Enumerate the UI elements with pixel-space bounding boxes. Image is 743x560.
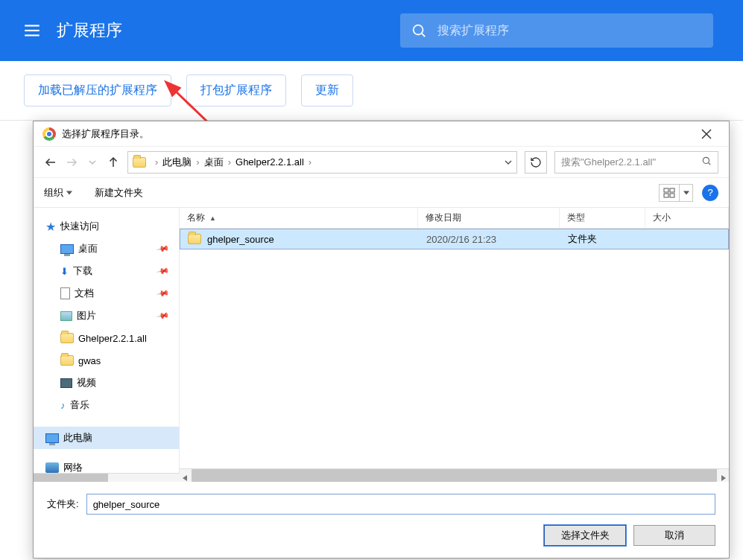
tree-music[interactable]: ♪音乐 [34, 394, 179, 416]
refresh-button[interactable] [525, 151, 547, 174]
pack-extension-button[interactable]: 打包扩展程序 [186, 74, 286, 106]
page-title: 扩展程序 [57, 19, 122, 42]
desktop-icon [60, 244, 74, 254]
folder-label: 文件夹: [47, 497, 79, 511]
svg-rect-18 [670, 194, 674, 197]
star-icon: ★ [45, 220, 56, 234]
tree-network[interactable]: 网络 [34, 456, 179, 473]
folder-icon [60, 355, 74, 366]
help-button[interactable]: ? [702, 185, 718, 201]
file-list-scrollbar[interactable] [180, 468, 729, 482]
folder-picker-dialog: 选择扩展程序目录。 › 此电脑› 桌面› Ghelper2.2.1.all› 搜… [33, 121, 730, 559]
pin-icon: 📌 [156, 287, 171, 301]
chrome-extensions-header: 扩展程序 搜索扩展程序 [0, 0, 743, 61]
svg-marker-19 [683, 191, 689, 194]
nav-up-icon[interactable] [107, 156, 120, 169]
dialog-titlebar: 选择扩展程序目录。 [34, 121, 729, 147]
picture-icon [60, 311, 72, 321]
file-list: 名称▲ 修改日期 类型 大小 ghelper_source 2020/2/16 … [180, 208, 729, 482]
breadcrumb-seg-1[interactable]: 桌面 [204, 156, 224, 169]
svg-line-4 [422, 34, 426, 37]
folder-name-input[interactable] [86, 494, 715, 515]
menu-icon[interactable] [22, 21, 42, 40]
network-icon [45, 462, 59, 473]
pin-icon: 📌 [156, 309, 171, 323]
dialog-nav: › 此电脑› 桌面› Ghelper2.2.1.all› 搜索"Ghelper2… [34, 147, 729, 178]
nav-back-icon[interactable] [44, 156, 57, 169]
tree-scrollbar[interactable] [34, 473, 180, 482]
sort-asc-icon: ▲ [209, 214, 216, 222]
col-date[interactable]: 修改日期 [418, 208, 560, 228]
document-icon [60, 287, 70, 299]
extensions-toolbar: 加载已解压的扩展程序 打包扩展程序 更新 [0, 61, 743, 121]
svg-marker-21 [721, 475, 726, 481]
music-icon: ♪ [60, 400, 66, 411]
svg-rect-15 [664, 188, 668, 192]
tree-documents[interactable]: 文档📌 [34, 282, 179, 305]
close-button[interactable] [693, 124, 720, 144]
nav-forward-icon[interactable] [65, 156, 78, 169]
dialog-footer: 文件夹: 选择文件夹 取消 [34, 482, 729, 556]
col-type[interactable]: 类型 [560, 208, 645, 228]
tree-desktop[interactable]: 桌面📌 [34, 238, 179, 260]
tree-pictures[interactable]: 图片📌 [34, 305, 179, 327]
dialog-search-placeholder: 搜索"Ghelper2.2.1.all" [561, 156, 656, 169]
col-size[interactable]: 大小 [645, 208, 729, 228]
folder-icon [60, 333, 74, 343]
tree-this-pc[interactable]: 此电脑 [34, 427, 179, 449]
dialog-title: 选择扩展程序目录。 [62, 127, 149, 141]
nav-recent-dropdown-icon[interactable] [86, 156, 99, 169]
download-icon: ⬇ [60, 266, 69, 277]
view-mode-button[interactable] [659, 184, 680, 202]
scroll-right-icon[interactable] [720, 471, 727, 485]
tree-video[interactable]: 视频 [34, 372, 179, 394]
update-button[interactable]: 更新 [301, 74, 353, 106]
file-row-selected[interactable]: ghelper_source 2020/2/16 21:23 文件夹 [180, 229, 729, 249]
pin-icon: 📌 [156, 264, 171, 279]
col-name: 名称▲ [180, 208, 418, 228]
svg-point-12 [703, 157, 709, 163]
svg-rect-16 [670, 188, 674, 192]
select-folder-button[interactable]: 选择文件夹 [544, 525, 626, 546]
dialog-toolbar: 组织 新建文件夹 ? [34, 178, 729, 208]
tree-downloads[interactable]: ⬇下载📌 [34, 260, 179, 282]
svg-point-3 [414, 25, 423, 35]
tree-quick-access[interactable]: ★快速访问 [34, 215, 179, 238]
load-unpacked-button[interactable]: 加载已解压的扩展程序 [24, 74, 171, 106]
video-icon [60, 378, 72, 388]
breadcrumb-seg-0[interactable]: 此电脑 [162, 156, 192, 169]
tree-gwas[interactable]: gwas [34, 349, 179, 372]
tree-ghelper[interactable]: Ghelper2.2.1.all [34, 327, 179, 349]
dialog-search-input[interactable]: 搜索"Ghelper2.2.1.all" [554, 151, 718, 174]
pc-icon [45, 433, 59, 443]
svg-marker-14 [66, 191, 72, 194]
breadcrumb[interactable]: › 此电脑› 桌面› Ghelper2.2.1.all› [127, 151, 517, 174]
svg-marker-20 [183, 475, 187, 481]
column-headers[interactable]: 名称▲ 修改日期 类型 大小 [180, 208, 729, 229]
organize-menu[interactable]: 组织 [44, 186, 72, 200]
search-placeholder: 搜索扩展程序 [437, 23, 509, 39]
breadcrumb-dropdown-icon[interactable] [505, 159, 512, 166]
svg-rect-17 [664, 194, 668, 197]
view-dropdown-icon[interactable] [680, 184, 693, 202]
search-extensions-input[interactable]: 搜索扩展程序 [400, 13, 713, 48]
folder-icon [188, 234, 201, 244]
chrome-icon [42, 127, 56, 141]
search-icon [701, 156, 712, 168]
breadcrumb-seg-2[interactable]: Ghelper2.2.1.all [235, 156, 304, 168]
nav-tree: ★快速访问 桌面📌 ⬇下载📌 文档📌 图片📌 Ghelper2.2.1.all … [34, 208, 180, 473]
svg-line-13 [708, 162, 710, 165]
scroll-left-icon[interactable] [181, 471, 189, 485]
new-folder-button[interactable]: 新建文件夹 [95, 186, 143, 200]
folder-icon [133, 157, 146, 168]
cancel-button[interactable]: 取消 [633, 525, 715, 546]
pin-icon: 📌 [156, 242, 171, 256]
